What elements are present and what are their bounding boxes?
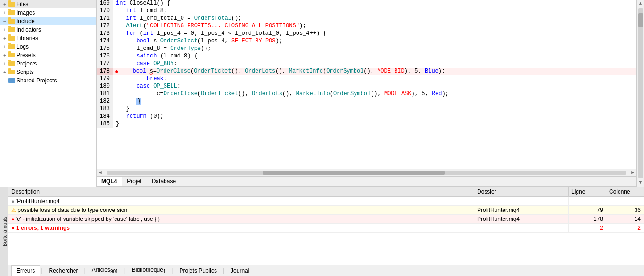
code-line-180: 180 case OP_SELL: [97, 83, 636, 90]
expand-icon: + [2, 44, 8, 49]
tab-bibliotheque[interactable]: Bibliothèque1 [127, 264, 171, 276]
row-description: 1 errors, 1 warnings [16, 225, 70, 231]
code-line-177: 177 case OP_BUY: [97, 60, 636, 68]
code-line-172: 172 Alert("COLLECTING PROFITS... CLOSING… [97, 23, 636, 30]
expand-icon-include: − [2, 18, 8, 24]
code-tabs: MQL4 Projet Database [97, 176, 636, 187]
sidebar-item-shared-projects[interactable]: Shared Projects [0, 76, 96, 85]
folder-icon-files [8, 2, 15, 7]
vertical-scrollbar[interactable]: ▲ ▼ [636, 0, 644, 187]
row-ligne [569, 197, 606, 206]
row-dossier: ProfitHunter.mq4 [474, 206, 569, 215]
expand-icon: + [2, 1, 8, 7]
bottom-tabs: Erreurs | Rechercher | Articles901 | Bib… [8, 265, 644, 276]
row-description: possible loss of data due to type conver… [17, 207, 127, 213]
row-dossier: ProfitHunter.mq4 [474, 215, 569, 224]
side-label: Boîte à outils [0, 187, 8, 276]
tab-mql4[interactable]: MQL4 [97, 177, 122, 186]
tab-database[interactable]: Database [147, 177, 181, 186]
tab-rechercher[interactable]: Rechercher [43, 265, 83, 276]
table-row[interactable]: ⚠ possible loss of data due to type conv… [8, 206, 644, 215]
tab-articles[interactable]: Articles901 [87, 264, 124, 276]
code-line-176: 176 switch (l_cmd_8) { [97, 53, 636, 60]
row-colonne: 14 [606, 215, 644, 224]
sidebar-label-logs: Logs [17, 43, 29, 50]
errors-table: Description Dossier Ligne Colonne ● 'Pro… [8, 187, 644, 265]
folder-icon-scripts [8, 70, 15, 74]
folder-icon-libraries [8, 36, 15, 41]
code-line-170: 170 int l_cmd_8; [97, 8, 636, 15]
col-header-colonne: Colonne [606, 187, 644, 197]
file-tree: + Files + Images − Include + Indicators … [0, 0, 97, 187]
code-line-183: 183 } [97, 106, 636, 113]
expand-icon: + [2, 27, 8, 32]
error-dot: ● [115, 68, 118, 75]
info-icon: ● [11, 198, 15, 204]
scroll-down-arrow[interactable]: ▼ [637, 179, 644, 187]
scroll-thumb[interactable] [263, 171, 444, 175]
scroll-left-arrow[interactable]: ◀ [97, 169, 104, 177]
folder-icon-indicators [8, 27, 15, 32]
code-line-184: 184 return (0); [97, 113, 636, 121]
code-line-174: 174 bool s=OrderSelect(l_pos_4, SELECT_B… [97, 38, 636, 45]
sidebar-item-libraries[interactable]: + Libraries [0, 34, 96, 42]
col-header-ligne: Ligne [569, 187, 606, 197]
col-header-description: Description [8, 187, 474, 197]
code-line-173: 173 for (int l_pos_4 = 0; l_pos_4 < l_or… [97, 30, 636, 38]
table-row[interactable]: ● 'ProfitHunter.mq4' [8, 197, 644, 206]
expand-icon: + [2, 52, 8, 58]
tab-projet[interactable]: Projet [122, 177, 147, 186]
expand-icon: + [2, 10, 8, 16]
articles-badge: 901 [110, 269, 118, 275]
horizontal-scrollbar[interactable]: ◀ ▶ [97, 169, 636, 176]
errors-data-table: Description Dossier Ligne Colonne ● 'Pro… [8, 187, 644, 233]
sidebar-label-files: Files [17, 1, 28, 8]
scroll-track[interactable] [107, 171, 626, 175]
sidebar-item-files[interactable]: + Files [0, 0, 96, 8]
tab-erreurs[interactable]: Erreurs [11, 265, 40, 276]
code-editor: 169 int CloseAll() { 170 int l_cmd_8; 17… [97, 0, 636, 187]
table-row[interactable]: ● 'c' - initialization of variable skipp… [8, 215, 644, 224]
folder-icon-images [8, 10, 15, 15]
sidebar-label-indicators: Indicators [17, 26, 41, 33]
sidebar-label-presets: Presets [17, 52, 36, 58]
row-description: 'c' - initialization of variable skipped… [16, 216, 160, 222]
vscroll-thumb[interactable] [638, 13, 643, 27]
col-header-dossier: Dossier [474, 187, 569, 197]
row-ligne: 79 [569, 206, 606, 215]
tab-journal[interactable]: Journal [225, 265, 254, 276]
code-line-181: 181 c=OrderClose(OrderTicket(), OrderLot… [97, 90, 636, 98]
folder-icon-logs [8, 44, 15, 49]
sidebar-item-indicators[interactable]: + Indicators [0, 25, 96, 34]
code-line-171: 171 int l_ord_total_0 = OrdersTotal(); [97, 15, 636, 23]
expand-icon: + [2, 69, 8, 75]
row-dossier [474, 197, 569, 206]
sidebar-item-presets[interactable]: + Presets [0, 51, 96, 59]
folder-icon-shared [8, 78, 15, 83]
expand-icon: + [2, 61, 8, 66]
row-colonne [606, 197, 644, 206]
code-line-185: 185 } [97, 121, 636, 128]
sidebar-label-libraries: Libraries [17, 35, 38, 41]
code-content[interactable]: 169 int CloseAll() { 170 int l_cmd_8; 17… [97, 0, 636, 169]
tab-projets-publics[interactable]: Projets Publics [174, 265, 222, 276]
row-ligne: 178 [569, 215, 606, 224]
bibliotheque-badge: 1 [163, 269, 166, 275]
scroll-up-arrow[interactable]: ▲ [637, 0, 644, 8]
warning-icon: ⚠ [11, 207, 16, 213]
code-line-182: 182 } [97, 98, 636, 106]
scroll-right-arrow[interactable]: ▶ [629, 169, 636, 177]
sidebar-item-images[interactable]: + Images [0, 8, 96, 17]
sidebar-label-scripts: Scripts [17, 69, 34, 75]
vscroll-track[interactable] [638, 8, 643, 178]
sidebar-item-include[interactable]: − Include [0, 17, 96, 25]
folder-icon-include [8, 19, 15, 24]
row-ligne: 2 [569, 224, 606, 233]
expand-icon: + [2, 35, 8, 41]
sidebar-item-projects[interactable]: + Projects [0, 59, 96, 68]
summary-icon: ● [11, 225, 15, 231]
sidebar-item-scripts[interactable]: + Scripts [0, 68, 96, 76]
sidebar-item-logs[interactable]: + Logs [0, 42, 96, 51]
code-line-175: 175 l_cmd_8 = OrderType(); [97, 45, 636, 53]
table-row[interactable]: ● 1 errors, 1 warnings 2 2 [8, 224, 644, 233]
